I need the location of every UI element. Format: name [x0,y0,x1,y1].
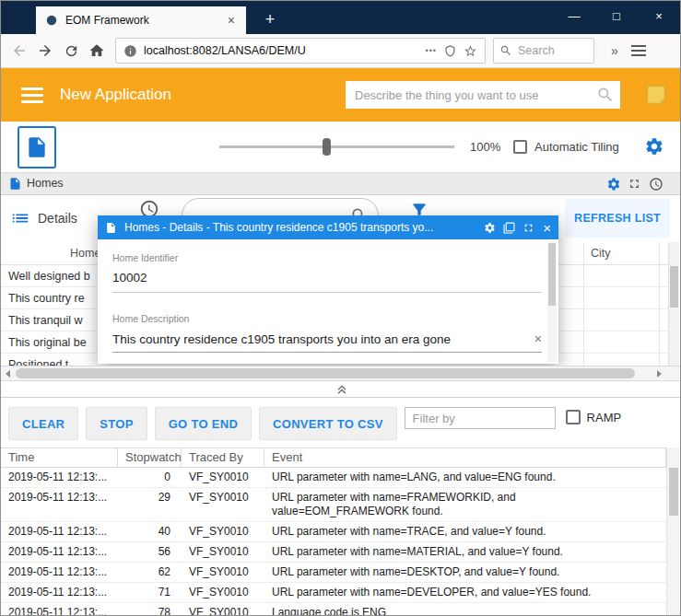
zoom-value: 100% [470,122,500,172]
bookmark-star-icon[interactable] [464,44,477,58]
details-tab-icon [10,208,30,228]
clear-field-icon[interactable]: × [529,331,542,346]
url-text[interactable]: localhost:8082/LANSA6/DEM/U [144,44,419,57]
panel-expand-icon[interactable] [628,177,642,192]
field-underline [112,292,542,293]
app-search-box[interactable] [346,81,620,109]
minimize-button[interactable]: — [553,1,595,34]
refresh-list-button[interactable]: REFRESH LIST [565,199,670,238]
panel-gear-icon[interactable] [606,177,621,192]
home-identifier-label: Home Identifier [112,252,558,263]
page-actions-icon[interactable]: ••• [426,46,437,55]
dialog-doc-icon [105,222,117,234]
scrollbar-thumb[interactable] [16,368,635,378]
log-header: Time Stopwatch Traced By Event [1,447,666,468]
dialog-body: Home Identifier 10002 Home Description T… [98,239,558,364]
homes-panel-title: Homes [27,173,64,194]
home-description-label: Home Description [112,313,558,324]
settings-gear-icon[interactable] [644,136,664,157]
scrollbar-thumb[interactable] [669,468,678,516]
panel-splitter [1,381,680,397]
log-row[interactable]: 2019-05-11 12:13:...71VF_SY0010URL param… [1,583,666,603]
filter-input[interactable] [405,407,556,429]
log-col-event[interactable]: Event [264,448,666,467]
app-search-icon[interactable] [596,86,615,104]
home-description-input[interactable]: This country residence c1905 transports … [112,332,529,346]
log-row[interactable]: 2019-05-11 12:13:...29VF_SY0010URL param… [1,488,666,522]
details-tab[interactable]: Details [38,195,77,241]
log-row[interactable]: 2019-05-11 12:13:...56VF_SY0010URL param… [1,542,666,563]
refresh-icon[interactable] [58,38,84,64]
homes-doc-icon [8,177,22,191]
clear-button[interactable]: CLEAR [8,407,78,440]
dialog-scrollbar[interactable] [547,241,557,362]
log-row[interactable]: 2019-05-11 12:13:...40VF_SY0010URL param… [1,522,666,542]
trace-panel: CLEAR STOP GO TO END CONVERT TO CSV RAMP… [1,397,680,616]
log-col-time[interactable]: Time [1,448,118,467]
log-col-stopwatch[interactable]: Stopwatch [118,448,182,467]
log-row[interactable]: 2019-05-11 12:13:...0VF_SY0010URL parame… [1,468,666,488]
forward-icon[interactable] [32,38,58,64]
go-to-end-button[interactable]: GO TO END [155,407,252,440]
dialog-restore-icon[interactable] [503,222,515,234]
scrollbar-thumb[interactable] [548,243,556,306]
notes-icon[interactable] [643,82,669,108]
log-col-traced-by[interactable]: Traced By [182,448,264,467]
document-view-button[interactable] [18,126,56,169]
ramp-checkbox[interactable] [566,410,581,424]
tiling-toolbar: 100% Automatic Tiling [1,122,680,172]
panel-history-icon[interactable] [649,177,663,192]
grid-col-city[interactable]: City [591,242,611,265]
convert-to-csv-button[interactable]: CONVERT TO CSV [259,407,397,440]
scroll-left-icon[interactable] [4,369,13,378]
app-header: New Application [1,68,680,122]
log-vertical-scrollbar[interactable] [666,447,680,616]
log-row[interactable]: 2019-05-11 12:13:...78VF_SY0010Language … [1,603,666,616]
log-rows: 2019-05-11 12:13:...0VF_SY0010URL parame… [1,468,666,616]
automatic-tiling-label: Automatic Tiling [534,122,619,172]
home-identifier-value[interactable]: 10002 [112,271,558,285]
site-info-icon[interactable] [123,44,137,58]
homes-content: Details REFRESH LIST Home Description Ci… [1,195,680,366]
browser-search-input[interactable] [518,44,582,57]
tracking-shield-icon[interactable] [443,44,457,58]
dialog-close-icon[interactable]: × [543,221,551,235]
homes-panel-header: Homes [1,172,680,195]
scrollbar-thumb[interactable] [670,266,678,308]
home-icon[interactable] [84,38,110,64]
maximize-button[interactable]: □ [595,1,638,34]
overflow-chevrons-icon[interactable]: » [611,43,618,58]
log-row[interactable]: 2019-05-11 12:13:...62VF_SY0010URL param… [1,563,666,583]
browser-navbar: localhost:8082/LANSA6/DEM/U ••• » [1,34,680,68]
field-underline [112,352,542,353]
back-icon[interactable] [6,38,32,64]
scroll-right-icon[interactable] [654,369,663,378]
horizontal-scrollbar[interactable] [1,366,680,381]
url-bar[interactable]: localhost:8082/LANSA6/DEM/U ••• [115,38,486,64]
stop-button[interactable]: STOP [86,407,147,440]
collapse-chevrons-icon[interactable] [334,380,350,397]
browser-menu-icon[interactable] [631,42,646,59]
grid-vertical-scrollbar[interactable] [668,242,679,366]
app-search-input[interactable] [346,81,620,109]
zoom-slider-thumb[interactable] [323,138,331,156]
dialog-titlebar[interactable]: Homes - Details - This country residence… [98,215,558,239]
automatic-tiling-checkbox[interactable] [513,140,527,154]
dialog-gear-icon[interactable] [484,222,496,234]
browser-search-bar[interactable] [493,38,594,64]
trace-actions: CLEAR STOP GO TO END CONVERT TO CSV RAMP [8,407,621,440]
app-menu-icon[interactable] [21,87,43,107]
zoom-slider-track[interactable] [219,145,454,148]
new-tab-button[interactable]: + [257,6,283,34]
tab-title: EOM Framework [65,14,224,27]
browser-tab[interactable]: EOM Framework × [36,6,246,34]
tab-close-icon[interactable]: × [224,13,239,28]
dialog-maximize-icon[interactable] [522,222,534,234]
window-controls: — □ × [553,1,680,34]
browser-window: EOM Framework × + — □ × localhost:8082/L… [0,0,681,616]
browser-titlebar: EOM Framework × + — □ × [1,1,680,34]
details-dialog: Homes - Details - This country residence… [98,215,558,364]
dialog-title: Homes - Details - This country residence… [124,221,476,234]
ramp-label: RAMP [587,411,622,424]
close-button[interactable]: × [638,1,680,34]
